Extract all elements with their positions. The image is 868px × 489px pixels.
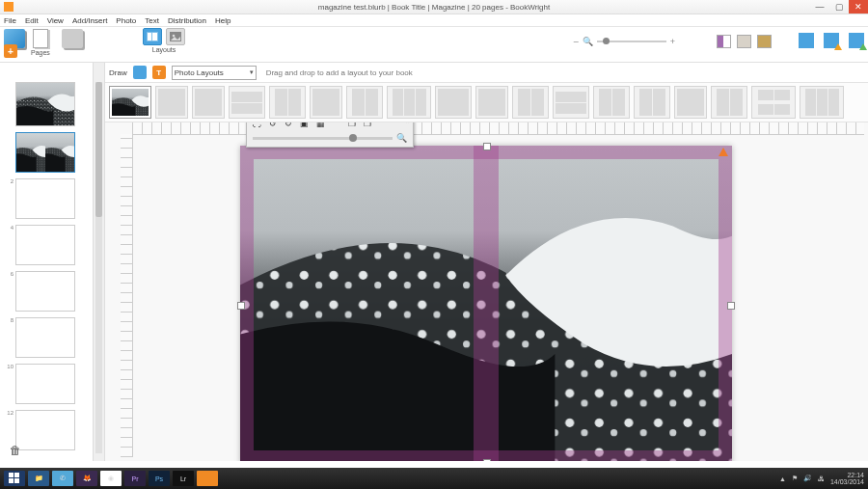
zoom-track[interactable] bbox=[597, 41, 666, 42]
book-icon[interactable] bbox=[62, 29, 83, 48]
image-zoom-thumb[interactable] bbox=[349, 134, 357, 142]
page-mode-cover[interactable] bbox=[757, 35, 772, 48]
zoom-mag-icon: 🔍 bbox=[583, 37, 593, 46]
rotate-left-icon[interactable]: ↺ bbox=[269, 122, 277, 128]
svg-rect-11 bbox=[9, 478, 14, 483]
thumb-spread-current[interactable] bbox=[15, 132, 75, 173]
svg-rect-5 bbox=[148, 33, 151, 41]
clock-time: 22:14 bbox=[847, 472, 864, 478]
layout-preset[interactable] bbox=[800, 86, 844, 119]
task-chrome[interactable]: ◉ bbox=[100, 471, 122, 486]
menu-photo[interactable]: Photo bbox=[116, 16, 136, 25]
sync-status-ok-icon[interactable] bbox=[799, 33, 814, 48]
add-page-button[interactable]: + bbox=[4, 44, 17, 58]
zoom-thumb[interactable] bbox=[603, 38, 610, 44]
top-toolstrip: Pages Layouts – 🔍 + bbox=[0, 27, 868, 63]
layout-preset[interactable] bbox=[553, 86, 589, 119]
thumb-blank[interactable] bbox=[15, 317, 75, 358]
zoom-plus[interactable]: + bbox=[670, 37, 675, 46]
sidebar-scrollbar[interactable] bbox=[94, 63, 105, 461]
windows-taskbar: 📁 ✆ 🦊 ◉ Pr Ps Lr ▲ ⚑ 🔊 🖧 22:14 14/03/201… bbox=[0, 468, 868, 489]
thumb-blank[interactable] bbox=[15, 271, 75, 312]
page-mode-spread[interactable] bbox=[717, 35, 731, 48]
ruler-vertical bbox=[121, 134, 133, 457]
scrollbar-thumb[interactable] bbox=[95, 82, 102, 217]
layout-preset[interactable] bbox=[475, 86, 508, 119]
zoom-control[interactable]: – 🔍 + bbox=[574, 37, 675, 46]
task-bookwright[interactable] bbox=[197, 471, 218, 486]
layout-preset[interactable] bbox=[674, 86, 707, 119]
layout-preset-selected[interactable] bbox=[109, 86, 151, 119]
menu-edit[interactable]: Edit bbox=[25, 16, 39, 25]
page-spread[interactable] bbox=[240, 146, 732, 461]
page-mode-single[interactable] bbox=[737, 35, 751, 48]
svg-rect-6 bbox=[152, 33, 157, 41]
pages-icon bbox=[33, 29, 48, 48]
layout-strip bbox=[105, 83, 868, 122]
layout-preset[interactable] bbox=[435, 86, 472, 119]
task-firefox[interactable]: 🦊 bbox=[76, 471, 97, 486]
task-skype[interactable]: ✆ bbox=[52, 471, 73, 486]
menu-view[interactable]: View bbox=[47, 16, 64, 25]
menu-bar: File Edit View Add/Insert Photo Text Dis… bbox=[0, 14, 868, 27]
pages-tool[interactable]: Pages bbox=[31, 29, 50, 56]
resolution-warning-icon[interactable] bbox=[719, 148, 728, 156]
layout-preset[interactable] bbox=[155, 86, 188, 119]
start-button[interactable] bbox=[4, 471, 25, 486]
draw-rect-icon[interactable] bbox=[133, 66, 147, 79]
layout-preset[interactable] bbox=[192, 86, 225, 119]
menu-text[interactable]: Text bbox=[145, 16, 159, 25]
layouts-active-icon[interactable] bbox=[143, 28, 162, 45]
task-explorer[interactable]: 📁 bbox=[28, 471, 49, 486]
menu-distribution[interactable]: Distribution bbox=[168, 16, 206, 25]
thumb-blank[interactable] bbox=[15, 178, 75, 219]
layout-preset[interactable] bbox=[346, 86, 383, 119]
tray-flag-icon[interactable]: ⚑ bbox=[792, 475, 798, 482]
layout-preset[interactable] bbox=[593, 86, 630, 119]
layout-preset[interactable] bbox=[634, 86, 670, 119]
canvas[interactable]: × ⛶ ↺ ↻ ▣ ▦ ❐ ❐ 🔍 bbox=[105, 122, 868, 461]
layout-preset[interactable] bbox=[387, 86, 431, 119]
bring-front-icon[interactable]: ❐ bbox=[364, 122, 371, 128]
crop-icon[interactable]: ▣ bbox=[300, 122, 309, 128]
layout-preset[interactable] bbox=[269, 86, 306, 119]
layout-preset[interactable] bbox=[711, 86, 747, 119]
thumb-blank[interactable] bbox=[15, 410, 75, 450]
ruler-horizontal bbox=[132, 122, 864, 135]
send-back-icon[interactable]: ❐ bbox=[348, 122, 356, 128]
tray-network-icon[interactable]: 🖧 bbox=[818, 475, 825, 482]
zoom-minus[interactable]: – bbox=[574, 37, 579, 46]
warnings-icon[interactable] bbox=[824, 33, 839, 48]
system-tray[interactable]: ▲ ⚑ 🔊 🖧 22:14 14/03/2014 bbox=[779, 472, 864, 485]
menu-help[interactable]: Help bbox=[215, 16, 231, 25]
rotate-right-icon[interactable]: ↻ bbox=[285, 122, 292, 128]
layout-preset[interactable] bbox=[310, 86, 342, 119]
thumb-blank[interactable] bbox=[15, 225, 75, 265]
image-floating-toolbar[interactable]: × ⛶ ↺ ↻ ▣ ▦ ❐ ❐ 🔍 bbox=[246, 122, 414, 148]
svg-rect-10 bbox=[14, 473, 19, 477]
thumb-blank[interactable] bbox=[15, 364, 75, 404]
menu-file[interactable]: File bbox=[4, 16, 16, 25]
page-num: 10 bbox=[6, 364, 14, 369]
thumb-cover[interactable] bbox=[15, 82, 75, 126]
toolbar-close-icon[interactable]: × bbox=[405, 122, 410, 125]
tray-up-icon[interactable]: ▲ bbox=[779, 475, 786, 482]
draw-bar: Draw T Photo Layouts ▾ Drag and drop to … bbox=[105, 63, 868, 83]
task-premiere[interactable]: Pr bbox=[124, 471, 146, 486]
upload-icon[interactable] bbox=[849, 33, 864, 48]
frame-icon[interactable]: ▦ bbox=[316, 122, 325, 128]
trash-icon[interactable]: 🗑 bbox=[10, 444, 21, 457]
menu-addinsert[interactable]: Add/Insert bbox=[72, 16, 107, 25]
layout-preset[interactable] bbox=[751, 86, 796, 119]
layout-preset[interactable] bbox=[229, 86, 265, 119]
task-lightroom[interactable]: Lr bbox=[173, 471, 194, 486]
clock[interactable]: 22:14 14/03/2014 bbox=[830, 472, 864, 485]
task-photoshop[interactable]: Ps bbox=[149, 471, 170, 486]
draw-text-icon[interactable]: T bbox=[152, 66, 166, 79]
tray-volume-icon[interactable]: 🔊 bbox=[803, 475, 812, 482]
image-zoom-track[interactable] bbox=[253, 137, 393, 140]
layouts-photo-icon[interactable] bbox=[166, 28, 185, 45]
layout-type-dropdown[interactable]: Photo Layouts ▾ bbox=[172, 66, 257, 80]
fit-icon[interactable]: ⛶ bbox=[253, 122, 261, 128]
layout-preset[interactable] bbox=[512, 86, 549, 119]
